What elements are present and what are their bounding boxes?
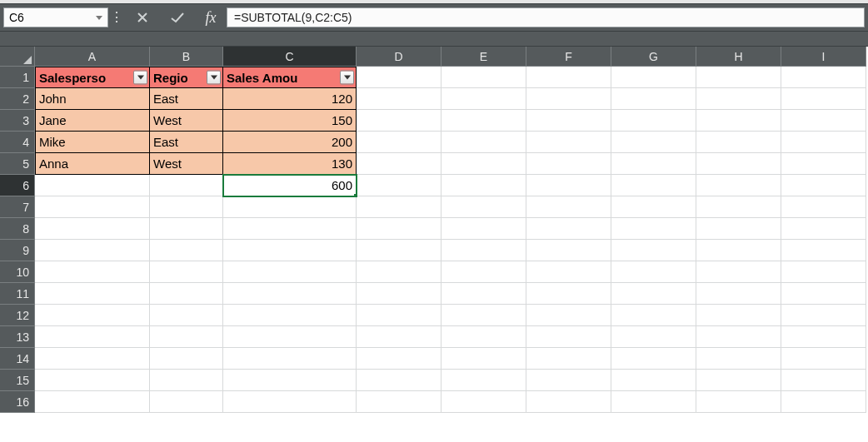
- row-header-15[interactable]: 15: [0, 370, 35, 391]
- row-header-1[interactable]: 1: [0, 67, 35, 88]
- cell[interactable]: [696, 88, 781, 110]
- cell[interactable]: [35, 370, 150, 391]
- cell[interactable]: [441, 196, 526, 218]
- col-header-H[interactable]: H: [696, 47, 781, 67]
- cell[interactable]: [223, 326, 357, 348]
- row-header-14[interactable]: 14: [0, 348, 35, 370]
- cell[interactable]: [696, 110, 781, 132]
- cell[interactable]: [357, 196, 441, 218]
- spreadsheet-grid[interactable]: A B C D E F G H I 1 Salesperso Regio Sal…: [0, 47, 868, 413]
- cell[interactable]: [526, 391, 611, 413]
- cell[interactable]: [696, 132, 781, 153]
- cell[interactable]: [357, 348, 441, 370]
- cell[interactable]: [441, 391, 526, 413]
- cell[interactable]: [441, 283, 526, 305]
- cell[interactable]: [35, 218, 150, 240]
- cell[interactable]: [150, 175, 223, 196]
- cell[interactable]: [526, 153, 611, 175]
- cell[interactable]: [526, 67, 611, 88]
- cell[interactable]: [357, 153, 441, 175]
- table-cell[interactable]: 120: [223, 88, 357, 110]
- filter-button[interactable]: [207, 71, 221, 85]
- cell[interactable]: [357, 110, 441, 132]
- cell[interactable]: [696, 305, 781, 326]
- row-header-7[interactable]: 7: [0, 196, 35, 218]
- cell[interactable]: [696, 283, 781, 305]
- cell[interactable]: [223, 370, 357, 391]
- cell[interactable]: [223, 261, 357, 283]
- cell[interactable]: [526, 175, 611, 196]
- cell[interactable]: [223, 218, 357, 240]
- cell[interactable]: [781, 240, 866, 261]
- cell[interactable]: [611, 218, 696, 240]
- cell[interactable]: [611, 196, 696, 218]
- cell[interactable]: [526, 348, 611, 370]
- fill-handle[interactable]: [353, 193, 357, 196]
- table-header-sales[interactable]: Sales Amou: [223, 67, 357, 88]
- cell[interactable]: [696, 218, 781, 240]
- row-header-13[interactable]: 13: [0, 326, 35, 348]
- row-header-12[interactable]: 12: [0, 305, 35, 326]
- cell[interactable]: [611, 88, 696, 110]
- cell[interactable]: [781, 370, 866, 391]
- cell[interactable]: [611, 153, 696, 175]
- col-header-B[interactable]: B: [150, 47, 223, 67]
- table-cell[interactable]: John: [35, 88, 150, 110]
- cell[interactable]: [781, 391, 866, 413]
- table-cell[interactable]: East: [150, 132, 223, 153]
- cell[interactable]: [781, 153, 866, 175]
- cell[interactable]: [357, 88, 441, 110]
- cell[interactable]: [441, 110, 526, 132]
- formula-input[interactable]: =SUBTOTAL(9,C2:C5): [227, 7, 865, 27]
- cell[interactable]: [611, 240, 696, 261]
- cell[interactable]: [150, 261, 223, 283]
- cell[interactable]: [357, 370, 441, 391]
- table-cell[interactable]: Mike: [35, 132, 150, 153]
- cell[interactable]: [696, 326, 781, 348]
- table-cell[interactable]: West: [150, 153, 223, 175]
- col-header-G[interactable]: G: [611, 47, 696, 67]
- row-header-10[interactable]: 10: [0, 261, 35, 283]
- cell[interactable]: [696, 261, 781, 283]
- cell[interactable]: [781, 326, 866, 348]
- cell[interactable]: [441, 153, 526, 175]
- cell[interactable]: [441, 218, 526, 240]
- cell[interactable]: [696, 348, 781, 370]
- cell[interactable]: [781, 283, 866, 305]
- cell[interactable]: [357, 240, 441, 261]
- table-header-region[interactable]: Regio: [150, 67, 223, 88]
- cell[interactable]: [35, 240, 150, 261]
- cell[interactable]: [696, 370, 781, 391]
- cell[interactable]: [35, 175, 150, 196]
- cell[interactable]: [696, 153, 781, 175]
- col-header-C[interactable]: C: [223, 47, 357, 67]
- cell[interactable]: [35, 196, 150, 218]
- cell[interactable]: [35, 348, 150, 370]
- cell[interactable]: [441, 326, 526, 348]
- cell[interactable]: [611, 370, 696, 391]
- cell[interactable]: [150, 305, 223, 326]
- cell[interactable]: [526, 218, 611, 240]
- cell[interactable]: [357, 132, 441, 153]
- row-header-11[interactable]: 11: [0, 283, 35, 305]
- cell[interactable]: [611, 175, 696, 196]
- cell[interactable]: [150, 370, 223, 391]
- table-cell[interactable]: West: [150, 110, 223, 132]
- row-header-16[interactable]: 16: [0, 391, 35, 413]
- cell[interactable]: [357, 175, 441, 196]
- cell[interactable]: [357, 218, 441, 240]
- cell[interactable]: [781, 88, 866, 110]
- cell[interactable]: [441, 175, 526, 196]
- cell[interactable]: [441, 67, 526, 88]
- cell[interactable]: [150, 391, 223, 413]
- fx-icon[interactable]: fx: [195, 4, 227, 31]
- table-cell[interactable]: 150: [223, 110, 357, 132]
- row-header-9[interactable]: 9: [0, 240, 35, 261]
- table-header-salesperson[interactable]: Salesperso: [35, 67, 150, 88]
- cancel-button[interactable]: [125, 4, 160, 31]
- name-box[interactable]: C6: [3, 7, 108, 27]
- cell[interactable]: [696, 240, 781, 261]
- cell[interactable]: [611, 305, 696, 326]
- cell[interactable]: [696, 196, 781, 218]
- cell[interactable]: [357, 283, 441, 305]
